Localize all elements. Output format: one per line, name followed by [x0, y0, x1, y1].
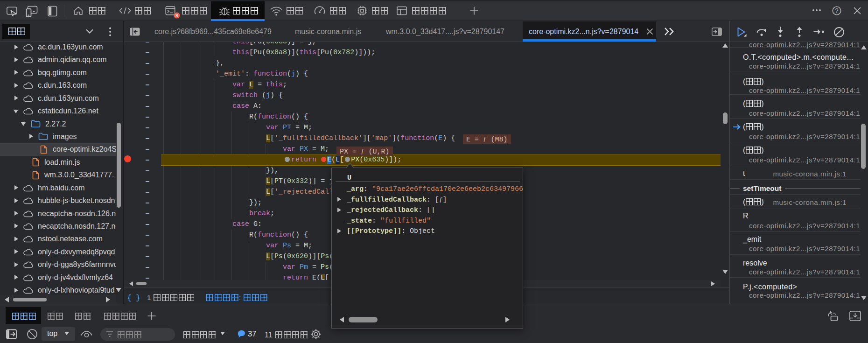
svg-text:?: ?: [835, 7, 839, 14]
